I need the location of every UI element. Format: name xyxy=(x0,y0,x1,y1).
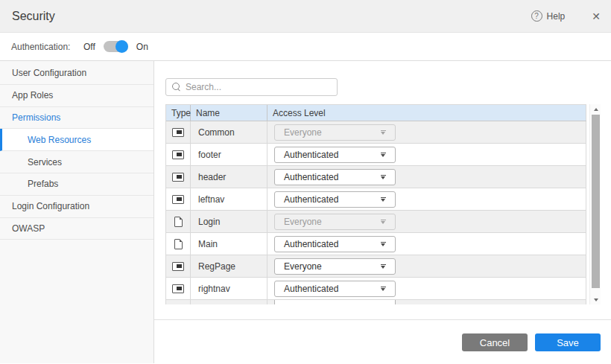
title-bar: Security ? Help ✕ xyxy=(0,0,611,33)
access-level-dropdown[interactable]: Authenticated xyxy=(274,169,396,185)
chevron-down-icon xyxy=(380,197,387,202)
chevron-down-icon xyxy=(380,174,387,180)
sidebar-item-login-configuration[interactable]: Login Configuration xyxy=(0,196,153,218)
access-level-dropdown[interactable]: Authenticated xyxy=(274,191,396,208)
cancel-button[interactable]: Cancel xyxy=(462,333,528,351)
scrollbar-thumb[interactable] xyxy=(592,115,600,288)
chevron-down-icon xyxy=(380,152,387,158)
permissions-panel: Type Name Access Level Common Everyone xyxy=(154,61,611,363)
sidebar-item-app-roles[interactable]: App Roles xyxy=(0,85,153,107)
page-icon xyxy=(174,239,183,249)
table-row-common: Common Everyone xyxy=(166,121,586,144)
access-level-dropdown[interactable]: Authenticated xyxy=(274,281,396,297)
authentication-toggle[interactable] xyxy=(104,40,128,53)
access-level-dropdown[interactable]: Authenticated xyxy=(274,147,396,163)
sidebar-item-web-resources[interactable]: Web Resources xyxy=(0,129,153,151)
security-dialog: Security ? Help ✕ Authentication: Off On… xyxy=(0,0,611,364)
access-level-dropdown[interactable]: Everyone xyxy=(274,258,396,275)
table-header-row: Type Name Access Level xyxy=(166,105,586,121)
authentication-label: Authentication: xyxy=(11,42,83,52)
table-row-leftnav: leftnav Authenticated xyxy=(166,188,586,211)
search-icon xyxy=(172,83,181,92)
page-icon xyxy=(174,217,183,227)
sidebar-item-prefabs[interactable]: Prefabs xyxy=(0,173,153,196)
scroll-down-icon xyxy=(594,298,598,301)
table-row-header: header Authenticated xyxy=(166,166,586,188)
access-level-value: Authenticated xyxy=(284,284,338,294)
access-level-value: Everyone xyxy=(284,217,322,227)
authentication-bar: Authentication: Off On xyxy=(0,33,611,61)
resource-name: header xyxy=(191,166,267,188)
chevron-down-icon xyxy=(380,130,387,135)
access-level-value: Everyone xyxy=(284,127,322,138)
resource-name: Login xyxy=(191,211,267,232)
access-level-dropdown xyxy=(274,300,396,304)
access-level-value: Authenticated xyxy=(284,172,338,182)
partial-icon xyxy=(172,262,184,271)
table-row-clipped xyxy=(166,300,586,304)
access-level-value: Authenticated xyxy=(284,194,338,205)
resource-name: Common xyxy=(191,121,267,143)
column-header-name: Name xyxy=(191,105,267,121)
table-row-regpage: RegPage Everyone xyxy=(166,255,586,278)
chevron-down-icon xyxy=(380,219,387,225)
access-level-dropdown[interactable]: Authenticated xyxy=(274,236,396,252)
resource-name: footer xyxy=(191,144,267,165)
page-title: Security xyxy=(12,10,55,23)
column-header-type: Type xyxy=(166,105,191,121)
resource-name: RegPage xyxy=(191,255,267,277)
scroll-down-button[interactable] xyxy=(590,295,601,304)
resource-name: leftnav xyxy=(191,188,267,210)
access-level-value: Authenticated xyxy=(284,239,338,249)
scroll-up-icon xyxy=(594,108,598,111)
partial-icon xyxy=(172,150,184,159)
toggle-off-label: Off xyxy=(83,42,95,52)
help-button[interactable]: ? Help xyxy=(531,10,566,22)
table-row-login: Login Everyone xyxy=(166,211,586,233)
sidebar-item-permissions[interactable]: Permissions xyxy=(0,107,153,130)
scroll-up-button[interactable] xyxy=(590,104,601,114)
resource-name: Main xyxy=(191,233,267,255)
footer-actions: Cancel Save xyxy=(462,333,601,351)
column-header-access-level: Access Level xyxy=(267,105,586,121)
search-box xyxy=(165,78,338,96)
close-icon[interactable]: ✕ xyxy=(592,10,601,22)
access-level-value: Authenticated xyxy=(284,150,338,160)
help-label: Help xyxy=(547,11,566,22)
chevron-down-icon xyxy=(380,241,387,247)
partial-icon xyxy=(172,173,184,182)
resource-name: rightnav xyxy=(191,278,267,299)
access-level-dropdown: Everyone xyxy=(274,124,396,141)
sidebar-item-owasp[interactable]: OWASP xyxy=(0,218,153,240)
access-level-dropdown: Everyone xyxy=(274,214,396,230)
partial-icon xyxy=(172,128,184,137)
resources-table: Type Name Access Level Common Everyone xyxy=(165,104,586,304)
access-level-value: Everyone xyxy=(284,261,322,272)
table-row-rightnav: rightnav Authenticated xyxy=(166,278,586,300)
resources-table-scrollarea: Type Name Access Level Common Everyone xyxy=(165,104,601,304)
sidebar-item-services[interactable]: Services xyxy=(0,151,153,173)
toggle-knob xyxy=(115,40,128,53)
table-row-main: Main Authenticated xyxy=(166,233,586,255)
table-row-footer: footer Authenticated xyxy=(166,144,586,166)
settings-sidebar: User Configuration App Roles Permissions… xyxy=(0,61,154,363)
sidebar-item-user-configuration[interactable]: User Configuration xyxy=(0,63,153,85)
help-icon: ? xyxy=(531,10,542,22)
partial-icon xyxy=(172,195,184,204)
partial-icon xyxy=(172,284,184,293)
toggle-on-label: On xyxy=(136,42,148,52)
search-input[interactable] xyxy=(186,82,320,92)
chevron-down-icon xyxy=(380,286,387,292)
save-button[interactable]: Save xyxy=(535,333,601,351)
footer-divider xyxy=(154,319,611,320)
vertical-scrollbar[interactable] xyxy=(589,104,601,304)
chevron-down-icon xyxy=(380,264,387,269)
